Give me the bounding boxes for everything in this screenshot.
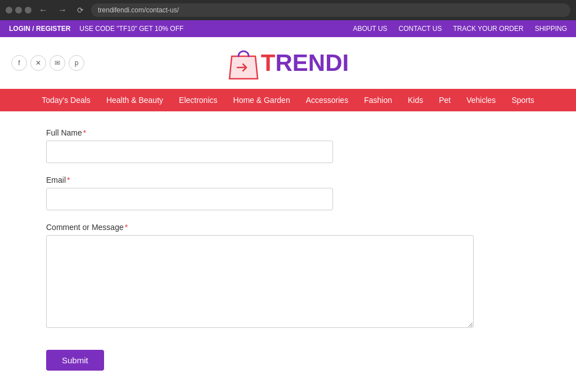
logo-bag-icon [227, 44, 260, 82]
main-content: Full Name* Email* Comment or Message* Su… [35, 111, 541, 392]
nav-accessories[interactable]: Accessories [298, 89, 356, 111]
browser-back-button[interactable]: ← [36, 4, 51, 16]
nav-pet[interactable]: Pet [431, 89, 458, 111]
pinterest-icon[interactable]: p [69, 55, 84, 71]
nav-electronics[interactable]: Electronics [171, 89, 225, 111]
header: f ✕ ✉ p TRENDI [0, 37, 576, 89]
full-name-required: * [83, 128, 86, 137]
logo[interactable]: TRENDI [227, 44, 349, 82]
logo-text: TRENDI [261, 49, 349, 76]
browser-dots [6, 7, 32, 13]
nav-bar: Today's Deals Health & Beauty Electronic… [0, 89, 576, 111]
browser-address-bar[interactable]: trendifendi.com/contact-us/ [91, 3, 570, 17]
message-label: Comment or Message* [46, 223, 530, 232]
nav-vehicles[interactable]: Vehicles [458, 89, 503, 111]
track-order-link[interactable]: TRACK YOUR ORDER [453, 25, 524, 33]
browser-dot-1 [6, 7, 12, 13]
browser-chrome: ← → ⟳ trendifendi.com/contact-us/ [0, 0, 576, 20]
nav-fashion[interactable]: Fashion [356, 89, 400, 111]
email-required: * [67, 175, 70, 184]
nav-todays-deals[interactable]: Today's Deals [34, 89, 98, 111]
twitter-icon[interactable]: ✕ [30, 55, 46, 71]
nav-health-beauty[interactable]: Health & Beauty [98, 89, 171, 111]
email-group: Email* [46, 175, 530, 210]
message-group: Comment or Message* [46, 223, 530, 330]
about-us-link[interactable]: ABOUT US [353, 25, 387, 33]
browser-forward-button[interactable]: → [55, 4, 70, 16]
facebook-icon[interactable]: f [11, 55, 27, 71]
logo-rendi: RENDI [275, 49, 349, 76]
coupon-text: USE CODE "TF10" GET 10% OFF [79, 25, 183, 33]
social-icons: f ✕ ✉ p [11, 55, 84, 71]
browser-url: trendifendi.com/contact-us/ [98, 6, 179, 14]
submit-button[interactable]: Submit [46, 350, 104, 371]
browser-dot-3 [25, 7, 32, 13]
message-required: * [125, 223, 128, 232]
login-register-link[interactable]: LOGIN / REGISTER [9, 25, 70, 33]
browser-dot-2 [15, 7, 22, 13]
promo-bar-left: LOGIN / REGISTER USE CODE "TF10" GET 10%… [9, 25, 183, 33]
contact-us-link[interactable]: CONTACT US [399, 25, 442, 33]
promo-bar-right: ABOUT US CONTACT US TRACK YOUR ORDER SHI… [353, 25, 567, 33]
browser-refresh-button[interactable]: ⟳ [74, 4, 87, 16]
full-name-input[interactable] [46, 141, 333, 163]
full-name-group: Full Name* [46, 128, 530, 163]
shipping-link[interactable]: SHIPPING [535, 25, 567, 33]
nav-home-garden[interactable]: Home & Garden [226, 89, 298, 111]
message-textarea[interactable] [46, 235, 474, 328]
email-input[interactable] [46, 188, 333, 210]
email-icon[interactable]: ✉ [50, 55, 65, 71]
full-name-label: Full Name* [46, 128, 530, 137]
logo-t: T [261, 49, 276, 76]
nav-kids[interactable]: Kids [400, 89, 431, 111]
nav-sports[interactable]: Sports [503, 89, 542, 111]
promo-bar: LOGIN / REGISTER USE CODE "TF10" GET 10%… [0, 20, 576, 37]
email-label: Email* [46, 175, 530, 184]
